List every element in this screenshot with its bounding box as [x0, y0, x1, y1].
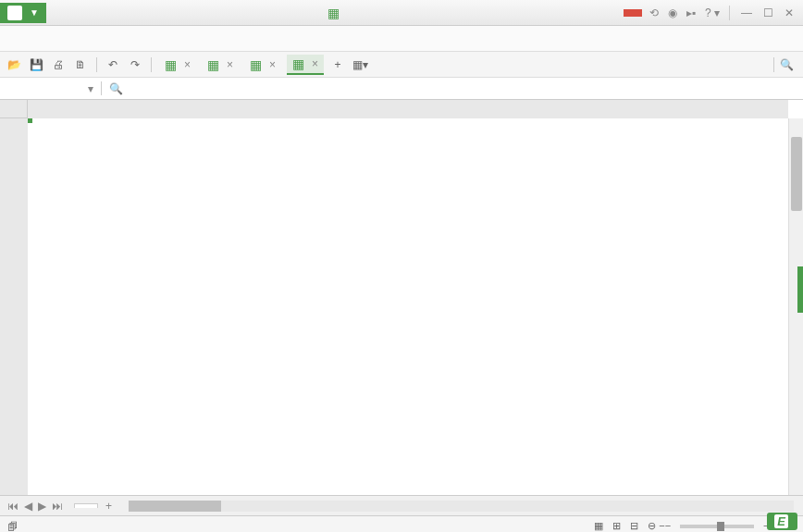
window-controls: — ☐ ✕	[732, 6, 803, 19]
tab-close-icon[interactable]: ×	[227, 58, 233, 71]
select-all-corner[interactable]	[0, 100, 28, 118]
cell-reference[interactable]: ▾	[0, 81, 102, 95]
minimize-icon[interactable]: —	[741, 6, 752, 19]
sheet-tabs-bar: ⏮ ◀ ▶ ⏭ +	[0, 495, 803, 515]
search-command[interactable]: 🔍	[772, 57, 797, 72]
app-badge[interactable]: ▼	[0, 3, 46, 23]
sheet-area	[0, 100, 803, 495]
row-headers	[0, 118, 28, 495]
skin-icon[interactable]: ▸▪	[686, 6, 696, 19]
spreadsheet-grid[interactable]	[28, 118, 788, 495]
file-tab-2[interactable]: ▦×	[244, 56, 281, 74]
tab-close-icon[interactable]: ×	[312, 57, 318, 70]
title-center: ▦	[50, 6, 624, 20]
sync-icon[interactable]: ⟲	[649, 6, 659, 19]
sheet-nav: ⏮ ◀ ▶ ⏭	[0, 500, 70, 513]
formula-area[interactable]: 🔍	[102, 82, 803, 95]
zoom-out-icon[interactable]: ⊖ −−	[648, 520, 671, 532]
file-tab-3[interactable]: ▦×	[287, 55, 324, 75]
active-cell-indicator	[28, 118, 31, 122]
view-page-icon[interactable]: ⊞	[612, 520, 621, 532]
app-dropdown-icon[interactable]: ▼	[30, 7, 39, 18]
tab-list-icon[interactable]: ▦▾	[352, 56, 368, 73]
tab-doc-icon: ▦	[292, 56, 304, 71]
sheet-tab-active[interactable]	[74, 503, 98, 508]
open-icon[interactable]: 📂	[6, 56, 22, 73]
tab-close-icon[interactable]: ×	[184, 58, 191, 71]
vscroll-thumb[interactable]	[791, 137, 802, 211]
search-icon: 🔍	[780, 58, 794, 71]
side-indicator	[797, 266, 803, 313]
cloud-icon[interactable]: ◉	[668, 6, 677, 19]
toolbar: 📂 💾 🖨 🗎 ↶ ↷ ▦× ▦× ▦× ▦× + ▦▾ 🔍	[0, 52, 803, 78]
sheet-next-icon[interactable]: ▶	[38, 500, 46, 513]
status-doc-icon[interactable]: 🗐	[7, 521, 18, 532]
watermark: E	[767, 513, 797, 530]
menubar	[0, 26, 803, 52]
maximize-icon[interactable]: ☐	[763, 6, 773, 19]
sheet-last-icon[interactable]: ⏭	[52, 500, 63, 513]
print-icon[interactable]: 🖨	[50, 56, 67, 73]
cell-ref-input[interactable]	[7, 81, 63, 95]
undo-icon[interactable]: ↶	[105, 56, 121, 73]
help-icon[interactable]: ? ▾	[705, 6, 720, 19]
file-tab-1[interactable]: ▦×	[202, 56, 239, 74]
document-icon: ▦	[327, 6, 340, 20]
save-icon[interactable]: 💾	[28, 56, 44, 73]
cell-ref-dropdown-icon[interactable]: ▾	[88, 82, 93, 95]
statusbar: 🗐 ▦ ⊞ ⊟ ⊖ −− −− ⊕	[0, 515, 803, 532]
horizontal-scrollbar[interactable]	[129, 501, 794, 512]
view-break-icon[interactable]: ⊟	[630, 520, 638, 532]
app-s-icon	[7, 6, 22, 20]
redo-icon[interactable]: ↷	[127, 56, 143, 73]
tab-doc-icon: ▦	[165, 57, 177, 72]
hscroll-thumb[interactable]	[129, 501, 221, 512]
view-normal-icon[interactable]: ▦	[594, 520, 603, 532]
sheet-prev-icon[interactable]: ◀	[24, 500, 32, 513]
column-headers	[28, 100, 788, 118]
preview-icon[interactable]: 🗎	[72, 56, 89, 73]
add-tab-icon[interactable]: +	[329, 56, 346, 73]
tab-doc-icon: ▦	[207, 57, 219, 72]
titlebar: ▼ ▦ ⟲ ◉ ▸▪ ? ▾ — ☐ ✕	[0, 0, 803, 26]
zoom-slider[interactable]	[680, 525, 754, 528]
close-icon[interactable]: ✕	[784, 6, 794, 19]
login-button[interactable]	[624, 9, 642, 17]
fx-search-icon[interactable]: 🔍	[109, 82, 123, 95]
formula-bar: ▾ 🔍	[0, 78, 803, 100]
file-tab-0[interactable]: ▦×	[159, 56, 196, 74]
tab-doc-icon: ▦	[250, 57, 262, 72]
add-sheet-icon[interactable]: +	[98, 500, 119, 513]
tab-close-icon[interactable]: ×	[269, 58, 276, 71]
sheet-first-icon[interactable]: ⏮	[7, 500, 19, 513]
title-actions: ⟲ ◉ ▸▪ ? ▾	[649, 6, 727, 19]
